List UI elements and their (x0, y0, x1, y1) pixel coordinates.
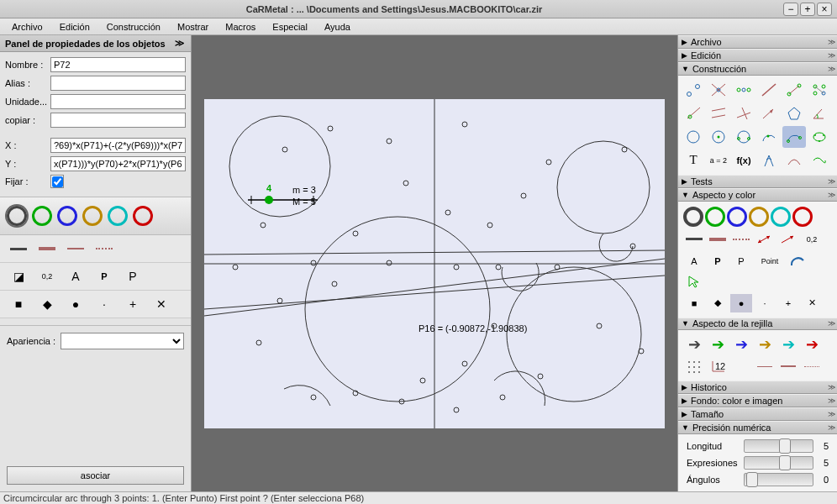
menu-edicion[interactable]: Edición (51, 20, 98, 34)
menu-especial[interactable]: Especial (264, 20, 316, 34)
tool-circle3[interactable] (732, 126, 755, 148)
tool-arc3[interactable] (782, 126, 806, 148)
tool-function[interactable]: f(x) (732, 150, 755, 171)
rp-archivo[interactable]: ▶Archivo≫ (678, 35, 837, 49)
grid-none[interactable] (730, 357, 752, 375)
longitud-slider[interactable] (744, 439, 813, 453)
rp-tests[interactable]: ▶Tests≫ (678, 175, 837, 188)
diamond-tool[interactable]: ◆ (35, 294, 59, 314)
rtool-diamond[interactable]: ◆ (707, 294, 729, 312)
rtool-A[interactable]: A (683, 252, 705, 270)
menu-macros[interactable]: Macros (217, 20, 264, 34)
unidad-input[interactable] (50, 94, 186, 109)
apariencia-select[interactable] (61, 333, 184, 349)
tool-midpoint[interactable] (732, 79, 755, 101)
y-input[interactable] (50, 156, 186, 171)
menu-archivo[interactable]: Archivo (3, 20, 51, 34)
line-solid-tool[interactable] (7, 239, 30, 259)
tool-perpendicular[interactable] (732, 102, 755, 124)
rcolor-black[interactable] (683, 207, 703, 227)
rp-edicion[interactable]: ▶Edición≫ (678, 49, 837, 62)
rcolor-brown[interactable] (749, 207, 769, 227)
rtool-arc-icon[interactable] (787, 252, 809, 270)
tool-circle-point[interactable] (707, 126, 730, 148)
eraser-tool[interactable]: ◪ (7, 266, 30, 286)
rcolor-blue[interactable] (727, 207, 747, 227)
grid-type-dots[interactable] (683, 357, 705, 375)
tool-locus[interactable] (808, 150, 831, 171)
tool-polygon[interactable] (782, 102, 806, 124)
close-button[interactable]: × (817, 3, 832, 16)
menu-mostrar[interactable]: Mostrar (169, 20, 217, 34)
grid-line-thin[interactable] (754, 357, 776, 375)
tool-arc[interactable] (757, 126, 781, 148)
cross-tool[interactable]: ✕ (150, 294, 173, 314)
color-black[interactable] (7, 206, 27, 226)
tool-point[interactable] (682, 79, 705, 101)
grid-arrow-green[interactable]: ➔ (707, 335, 729, 354)
square-filled-tool[interactable]: ■ (7, 294, 30, 314)
grid-arrow-black[interactable]: ➔ (683, 335, 705, 354)
menu-ayuda[interactable]: Ayuda (316, 20, 359, 34)
angulos-slider[interactable] (744, 473, 813, 486)
rtool-02[interactable]: 0,2 (801, 230, 823, 249)
rline-dots[interactable] (730, 230, 752, 249)
rcolor-cyan[interactable] (771, 207, 791, 227)
tool-text[interactable]: T (682, 150, 705, 171)
minimize-button[interactable]: − (783, 3, 798, 16)
tool-angle[interactable] (808, 102, 831, 124)
grid-type-axes[interactable]: 12 (707, 357, 729, 375)
rline-solid[interactable] (683, 230, 705, 249)
rtool-point-label[interactable]: Point (754, 252, 786, 270)
rp-historico[interactable]: ▶Historico≫ (678, 381, 837, 394)
grid-arrow-red[interactable]: ➔ (801, 335, 823, 354)
grid-line-dot[interactable] (801, 357, 823, 375)
rp-fondo[interactable]: ▶Fondo: color e imagen≫ (678, 394, 837, 407)
asociar-button[interactable]: asociar (7, 466, 184, 485)
rtool-cross[interactable]: ✕ (801, 294, 823, 312)
tool-intersect[interactable] (707, 79, 730, 101)
color-brown[interactable] (82, 206, 103, 226)
alias-input[interactable] (50, 76, 186, 91)
rtool-circle-sel[interactable]: ● (730, 294, 752, 312)
rp-tamano[interactable]: ▶Tamaño≫ (678, 407, 837, 421)
rtool-square[interactable]: ■ (683, 294, 705, 312)
rcolor-green[interactable] (705, 207, 725, 227)
color-red[interactable] (133, 206, 153, 226)
trace-tool[interactable]: 0,2 (35, 266, 59, 286)
tool-conic[interactable] (808, 126, 831, 148)
color-green[interactable] (32, 206, 52, 226)
tool-compass[interactable] (757, 150, 781, 171)
tool-line[interactable] (757, 79, 781, 101)
line-thick-tool[interactable] (35, 239, 59, 259)
tool-circle[interactable] (682, 126, 705, 148)
tool-expression[interactable]: a = 2 (707, 150, 730, 171)
color-blue[interactable] (57, 206, 77, 226)
rcolor-red[interactable] (792, 207, 813, 227)
tool-vector[interactable] (757, 102, 781, 124)
color-cyan[interactable] (108, 206, 128, 226)
panel-collapse-icon[interactable]: ≫ (174, 38, 186, 50)
maximize-button[interactable]: + (800, 3, 815, 16)
rtool-cursor[interactable] (683, 272, 705, 291)
copiar-input[interactable] (50, 113, 186, 128)
name-input[interactable] (50, 57, 186, 72)
rtool-dot[interactable]: · (754, 294, 776, 312)
x-input[interactable] (50, 138, 186, 153)
rline-thick[interactable] (707, 230, 729, 249)
rtool-plus[interactable]: + (777, 294, 799, 312)
rtool-Pbold[interactable]: P (707, 252, 729, 270)
circle-filled-tool[interactable]: ● (64, 294, 87, 314)
grid-arrow-blue[interactable]: ➔ (730, 335, 752, 354)
label-tool[interactable]: A (64, 266, 87, 286)
line-thin-tool[interactable] (64, 239, 87, 259)
rp-precision[interactable]: ▼Precisión numérica≫ (678, 421, 837, 434)
tool-parallel[interactable] (707, 102, 730, 124)
rp-rejilla[interactable]: ▼Aspecto de la rejilla≫ (678, 318, 837, 331)
line-dotted-tool[interactable] (92, 239, 116, 259)
grid-arrow-cyan[interactable]: ➔ (777, 335, 799, 354)
fijar-checkbox[interactable] (52, 176, 63, 187)
rp-construccion[interactable]: ▼Construcción≫ (678, 62, 837, 76)
grid-line-med[interactable] (777, 357, 799, 375)
rarrow-one[interactable] (777, 230, 799, 249)
